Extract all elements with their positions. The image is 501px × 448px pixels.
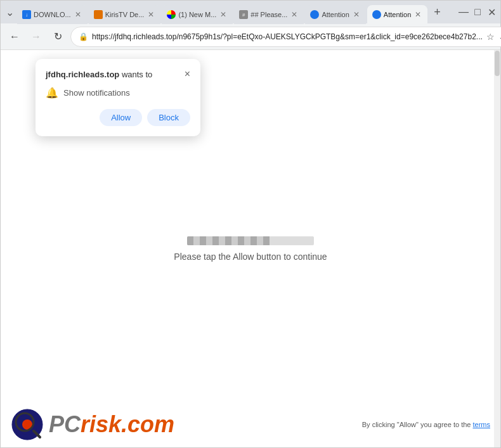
browser-frame: ⌄ ↓ DOWNLO... ✕ KirisTV De... ✕ (1) New … (0, 0, 501, 448)
minimize-button[interactable]: — (457, 6, 470, 18)
address-text: https://jfdhq.richleads.top/n9675p9h1s/?… (92, 32, 483, 41)
new-tab-button[interactable]: + (429, 3, 446, 22)
logo-com: com (127, 411, 174, 437)
tab-favicon-attention1 (310, 10, 319, 19)
tab-close-attention1[interactable]: ✕ (352, 9, 361, 20)
tab-favicon-please: # (239, 10, 248, 19)
tab-favicon-new-m (167, 10, 176, 19)
tab-close-kiristry[interactable]: ✕ (146, 9, 155, 20)
logo-risk: risk (81, 411, 121, 437)
tab-please[interactable]: # ## Please... ✕ (234, 5, 304, 24)
tab-close-new-m[interactable]: ✕ (219, 9, 228, 20)
tab-label-kiristry: KirisTV De... (105, 11, 145, 18)
popup-domain: jfdhq.richleads.top (46, 70, 119, 79)
bookmark-star-icon[interactable]: ☆ (486, 32, 495, 42)
popup-wants-to: wants to (119, 70, 152, 79)
tab-close-please[interactable]: ✕ (290, 9, 299, 20)
allow-button[interactable]: Allow (100, 109, 142, 126)
page-footer: PCrisk.com By clicking "Allow" you agree… (1, 402, 500, 447)
tab-favicon-attention2 (372, 10, 381, 19)
popup-close-button[interactable]: × (185, 69, 190, 79)
scrollbar-thumb[interactable] (495, 51, 500, 76)
address-bar[interactable]: 🔒 https://jfdhq.richleads.top/n9675p9h1s… (70, 27, 501, 47)
tab-label-please: ## Please... (251, 11, 287, 18)
tab-favicon-download: ↓ (22, 10, 31, 19)
tab-close-attention2[interactable]: ✕ (413, 9, 422, 20)
bell-icon: 🔔 (46, 87, 58, 99)
progress-bar-container (187, 236, 314, 245)
tab-close-download[interactable]: ✕ (74, 9, 82, 20)
progress-bar-fill (187, 236, 270, 245)
close-window-button[interactable]: ✕ (485, 6, 498, 18)
svg-point-3 (25, 422, 30, 427)
notification-popup: jfdhq.richleads.top wants to × 🔔 Show no… (36, 59, 200, 136)
tab-bar: ⌄ ↓ DOWNLO... ✕ KirisTV De... ✕ (1) New … (1, 1, 500, 23)
page-instruction: Please tap the Allow button to continue (174, 252, 327, 262)
popup-title: jfdhq.richleads.top wants to (46, 70, 152, 79)
popup-header: jfdhq.richleads.top wants to × (46, 69, 190, 79)
logo-dot: . (121, 411, 127, 437)
tab-attention2[interactable]: Attention ✕ (367, 5, 427, 24)
tab-attention1[interactable]: Attention ✕ (305, 5, 365, 24)
forward-button[interactable]: → (27, 28, 45, 46)
download-icon[interactable]: ⬇ (498, 32, 501, 42)
tab-new-m[interactable]: (1) New M... ✕ (162, 5, 233, 24)
content-area: jfdhq.richleads.top wants to × 🔔 Show no… (1, 50, 500, 447)
tab-label-attention2: Attention (384, 11, 411, 18)
scrollbar[interactable] (494, 50, 500, 447)
tab-list-icon[interactable]: ⌄ (3, 6, 16, 18)
refresh-button[interactable]: ↻ (49, 28, 67, 46)
footer-terms-link[interactable]: terms (473, 421, 491, 428)
tab-label-attention1: Attention (322, 11, 349, 18)
maximize-button[interactable]: □ (471, 6, 484, 18)
footer-notice: By clicking "Allow" you agree to the ter… (362, 421, 490, 428)
lock-icon: 🔒 (79, 32, 88, 41)
tab-favicon-kiristry (94, 10, 103, 19)
pcrisk-logo-icon (11, 408, 44, 441)
pcrisk-logo: PCrisk.com (11, 408, 174, 441)
block-button[interactable]: Block (147, 109, 190, 126)
logo-pc: PC (49, 411, 81, 437)
tab-label-new-m: (1) New M... (178, 11, 216, 18)
footer-notice-text: By clicking "Allow" you agree to the (362, 421, 471, 428)
back-button[interactable]: ← (6, 28, 23, 46)
popup-permission-label: Show notifications (63, 88, 130, 98)
popup-permission-row: 🔔 Show notifications (46, 87, 190, 99)
tab-label-download: DOWNLO... (34, 11, 71, 18)
logo-text: PCrisk.com (49, 413, 174, 436)
toolbar: ← → ↻ 🔒 https://jfdhq.richleads.top/n967… (1, 23, 500, 50)
popup-buttons: Allow Block (46, 109, 190, 126)
tab-kiristry[interactable]: KirisTV De... ✕ (89, 5, 161, 24)
tab-download[interactable]: ↓ DOWNLO... ✕ (17, 5, 88, 24)
